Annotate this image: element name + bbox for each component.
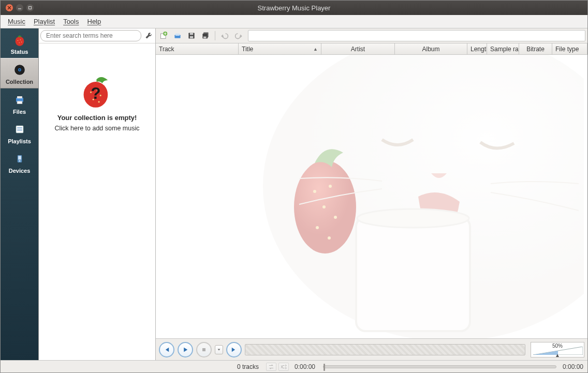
minimize-icon	[18, 6, 22, 10]
floppy-icon	[187, 32, 196, 40]
floppy-multi-icon	[201, 32, 210, 40]
nav-status-label: Status	[11, 49, 28, 55]
sort-asc-icon: ▲	[313, 47, 318, 52]
col-samplerate[interactable]: Sample rate	[487, 43, 519, 54]
svg-rect-38	[203, 37, 207, 38]
window-minimize-button[interactable]	[16, 4, 23, 11]
col-track[interactable]: Track	[156, 43, 239, 54]
playlist-icon	[12, 122, 27, 137]
app-body: Status Collection Files Playlists	[1, 28, 587, 360]
window-maximize-button[interactable]	[26, 4, 34, 11]
menu-help-label: Help	[87, 18, 101, 25]
svg-rect-12	[17, 96, 22, 98]
close-icon	[7, 6, 11, 10]
playback-mode-buttons	[263, 363, 292, 371]
play-icon	[182, 346, 189, 353]
status-bar: 0 tracks 0:00:00 0:00:00	[1, 360, 587, 372]
position-slider[interactable]	[323, 365, 556, 368]
nav-playlists[interactable]: Playlists	[1, 118, 38, 147]
collection-search-row	[39, 28, 155, 43]
menu-music-label: Music	[8, 18, 25, 25]
track-count: 0 tracks	[233, 363, 263, 370]
track-table-header: Track Title▲ Artist Album Length Sample …	[156, 43, 587, 55]
col-bitrate[interactable]: Bitrate	[519, 43, 552, 54]
app-window: Strawberry Music Player Music Playlist T…	[0, 0, 588, 373]
stop-button[interactable]	[196, 342, 212, 357]
svg-point-46	[334, 216, 337, 219]
svg-point-48	[328, 236, 331, 240]
title-bar: Strawberry Music Player	[1, 1, 587, 15]
device-icon	[12, 152, 27, 166]
collection-panel: ? Your collection is empty! Click here t…	[39, 28, 156, 360]
menu-tools-label: Tools	[63, 18, 79, 25]
col-title-label: Title	[242, 46, 253, 53]
nav-devices-label: Devices	[9, 168, 31, 174]
playlist-tab-strip[interactable]	[248, 30, 585, 41]
svg-point-1	[15, 37, 24, 46]
svg-point-3	[20, 39, 20, 40]
open-playlist-button[interactable]	[172, 30, 183, 41]
strawberry-icon	[12, 33, 27, 47]
menu-bar: Music Playlist Tools Help	[1, 15, 587, 28]
col-length[interactable]: Length	[467, 43, 487, 54]
svg-point-20	[19, 160, 20, 162]
next-button[interactable]	[226, 342, 242, 357]
save-playlist-button[interactable]	[186, 30, 197, 41]
skip-back-icon	[163, 346, 170, 353]
col-artist[interactable]: Artist	[321, 43, 395, 54]
new-playlist-button[interactable]	[158, 30, 169, 41]
volume-control[interactable]: 50% ▲	[531, 342, 584, 357]
skip-forward-icon	[230, 346, 238, 353]
svg-point-47	[316, 226, 319, 229]
window-close-button[interactable]	[6, 4, 13, 11]
menu-playlist[interactable]: Playlist	[30, 16, 59, 27]
shuffle-icon	[280, 364, 287, 369]
repeat-button[interactable]	[266, 363, 276, 371]
play-button[interactable]	[178, 342, 193, 357]
nav-files[interactable]: Files	[1, 88, 38, 118]
menu-tools[interactable]: Tools	[59, 16, 83, 27]
col-album[interactable]: Album	[395, 43, 467, 54]
seek-slider[interactable]	[245, 344, 525, 355]
svg-rect-35	[190, 36, 193, 38]
new-playlist-icon	[159, 32, 168, 40]
playlist-toolbar	[156, 28, 587, 43]
col-artist-label: Artist	[351, 46, 365, 53]
time-total: 0:00:00	[562, 363, 587, 370]
background-artwork	[156, 55, 587, 338]
window-title: Strawberry Music Player	[1, 4, 587, 12]
nav-collection-label: Collection	[6, 79, 33, 85]
undo-button[interactable]	[219, 30, 230, 41]
redo-button[interactable]	[233, 30, 244, 41]
shuffle-button[interactable]	[278, 363, 289, 371]
nav-collection[interactable]: Collection	[1, 58, 38, 88]
track-table-body[interactable]	[156, 55, 587, 338]
save-all-button[interactable]	[200, 30, 211, 41]
search-settings-button[interactable]	[143, 31, 154, 41]
col-title[interactable]: Title▲	[239, 43, 321, 54]
svg-rect-13	[17, 101, 22, 104]
folder-open-icon	[173, 32, 182, 40]
stop-menu-button[interactable]	[215, 345, 223, 354]
empty-collection-message[interactable]: ? Your collection is empty! Click here t…	[39, 43, 155, 360]
menu-music[interactable]: Music	[4, 16, 30, 27]
svg-point-43	[313, 190, 316, 193]
nav-devices[interactable]: Devices	[1, 147, 38, 177]
col-track-label: Track	[159, 46, 174, 53]
time-elapsed: 0:00:00	[292, 363, 318, 370]
search-input[interactable]	[40, 30, 141, 41]
redo-icon	[234, 32, 243, 40]
svg-point-41	[357, 209, 469, 228]
svg-point-4	[19, 42, 19, 43]
nav-files-label: Files	[13, 109, 26, 115]
svg-point-45	[322, 205, 326, 208]
svg-point-44	[329, 185, 332, 188]
svg-rect-32	[175, 34, 180, 36]
previous-button[interactable]	[159, 342, 174, 357]
position-thumb	[324, 364, 325, 371]
side-nav: Status Collection Files Playlists	[1, 28, 39, 360]
nav-status[interactable]: Status	[1, 28, 38, 58]
col-filetype[interactable]: File type	[552, 43, 587, 54]
track-count-label: 0 tracks	[237, 363, 259, 370]
menu-help[interactable]: Help	[83, 16, 106, 27]
